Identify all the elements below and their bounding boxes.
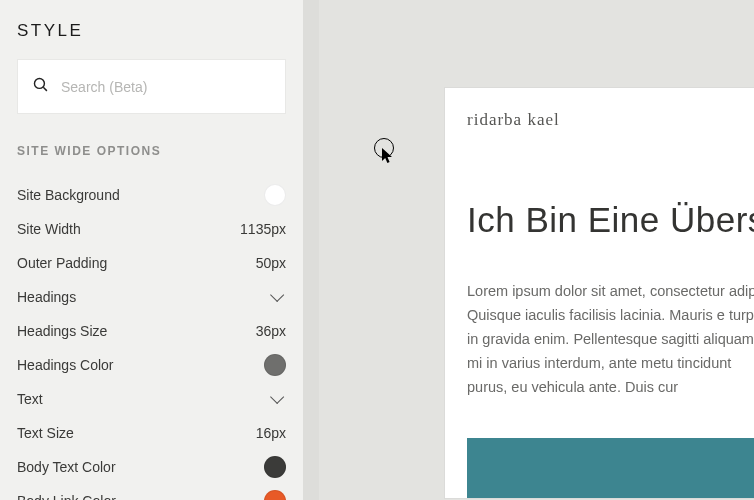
color-swatch[interactable] (264, 456, 286, 478)
option-label: Site Background (17, 187, 120, 203)
page-heading: Ich Bin Eine Übersch (467, 200, 754, 240)
color-swatch[interactable] (264, 354, 286, 376)
color-swatch[interactable] (264, 490, 286, 500)
search-input[interactable] (61, 79, 271, 95)
option-label: Outer Padding (17, 255, 107, 271)
option-label: Site Width (17, 221, 81, 237)
site-title: ridarba kael (467, 110, 754, 130)
search-box[interactable] (17, 59, 286, 114)
preview-page: ridarba kael Ich Bin Eine Übersch Lorem … (445, 88, 754, 498)
chevron-down-icon (270, 390, 284, 404)
option-headings[interactable]: Headings (17, 280, 286, 314)
option-site-background[interactable]: Site Background (17, 178, 286, 212)
search-icon (32, 76, 49, 97)
svg-line-1 (43, 87, 47, 91)
option-label: Text (17, 391, 43, 407)
chevron-down-icon (270, 288, 284, 302)
section-label: SITE WIDE OPTIONS (17, 144, 286, 158)
color-swatch[interactable] (264, 184, 286, 206)
option-headings-color[interactable]: Headings Color (17, 348, 286, 382)
option-site-width[interactable]: Site Width 1135px (17, 212, 286, 246)
option-value: 50px (256, 255, 286, 271)
canvas-inner: ridarba kael Ich Bin Eine Übersch Lorem … (319, 0, 754, 500)
style-sidebar: STYLE SITE WIDE OPTIONS Site Background … (0, 0, 303, 500)
option-text[interactable]: Text (17, 382, 286, 416)
option-value: 16px (256, 425, 286, 441)
panel-title: STYLE (17, 21, 286, 41)
image-block (467, 438, 754, 498)
option-label: Text Size (17, 425, 74, 441)
option-label: Body Link Color (17, 493, 116, 500)
option-label: Headings Color (17, 357, 114, 373)
option-outer-padding[interactable]: Outer Padding 50px (17, 246, 286, 280)
body-text: Lorem ipsum dolor sit amet, consectetur … (467, 280, 754, 400)
option-label: Headings Size (17, 323, 107, 339)
option-label: Body Text Color (17, 459, 116, 475)
option-body-text-color[interactable]: Body Text Color (17, 450, 286, 484)
option-value: 1135px (240, 221, 286, 237)
option-label: Headings (17, 289, 76, 305)
option-text-size[interactable]: Text Size 16px (17, 416, 286, 450)
option-headings-size[interactable]: Headings Size 36px (17, 314, 286, 348)
option-body-link-color[interactable]: Body Link Color (17, 484, 286, 500)
option-value: 36px (256, 323, 286, 339)
svg-point-0 (34, 78, 44, 88)
preview-canvas[interactable]: ridarba kael Ich Bin Eine Übersch Lorem … (303, 0, 754, 500)
